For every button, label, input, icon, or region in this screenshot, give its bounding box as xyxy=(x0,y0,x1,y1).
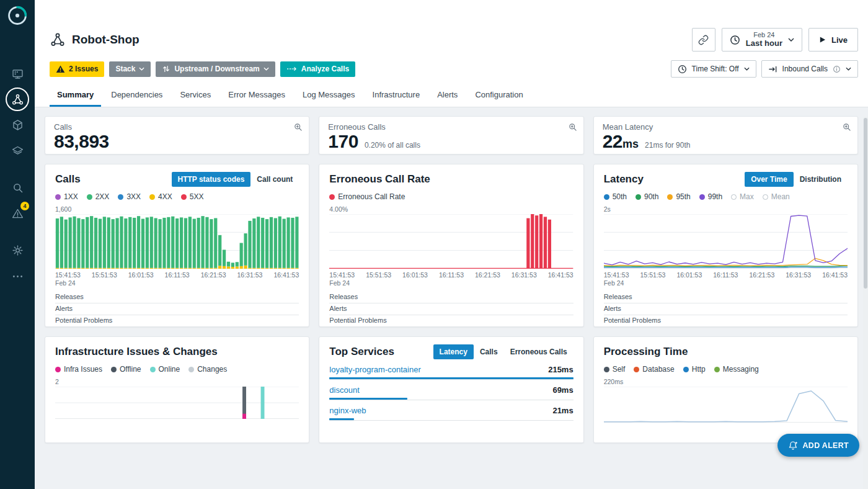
latency-line-chart[interactable] xyxy=(604,214,848,269)
legend-item[interactable]: 1XX xyxy=(55,192,78,201)
legend-item[interactable]: 99th xyxy=(699,192,722,201)
legend-item[interactable]: Max xyxy=(731,192,754,201)
legend-label: 90th xyxy=(644,192,658,201)
time-range-picker[interactable]: Feb 24 Last hour xyxy=(722,28,802,52)
legend-dot xyxy=(714,367,720,372)
nav-settings[interactable] xyxy=(5,238,30,262)
gear-icon xyxy=(11,244,24,257)
tab-summary[interactable]: Summary xyxy=(50,83,101,107)
legend-item[interactable]: Changes xyxy=(188,365,227,374)
add-alert-button[interactable]: ADD ALERT xyxy=(777,434,859,457)
analyze-calls-button[interactable]: Analyze Calls xyxy=(280,61,355,77)
time-shift-dropdown[interactable]: Time Shift: Off xyxy=(671,60,756,78)
processing-time-card: Processing Time SelfDatabaseHttpMessagin… xyxy=(593,336,858,443)
event-row[interactable]: Releases xyxy=(329,292,573,303)
stack-button[interactable]: Stack xyxy=(109,61,151,77)
inbound-calls-dropdown[interactable]: Inbound Calls xyxy=(761,60,858,78)
x-axis-tick: 15:41:53Feb 24 xyxy=(329,271,355,287)
infra-events-chart[interactable] xyxy=(55,387,299,419)
x-axis-tick: 15:41:53Feb 24 xyxy=(604,271,629,287)
toggle-distribution[interactable]: Distribution xyxy=(794,172,848,187)
service-link[interactable]: loyalty-program-container xyxy=(329,365,420,374)
legend-item[interactable]: Online xyxy=(150,365,180,374)
scrollbar-thumb[interactable] xyxy=(864,118,867,289)
application-icon xyxy=(50,32,66,48)
nav-analytics[interactable] xyxy=(5,175,30,200)
toggle-erroneous-calls[interactable]: Erroneous Calls xyxy=(504,344,574,359)
tab-infrastructure[interactable]: Infrastructure xyxy=(365,83,428,107)
legend-item[interactable]: Infra Issues xyxy=(55,365,102,374)
y-axis-label: 2s xyxy=(604,205,848,213)
tab-configuration[interactable]: Configuration xyxy=(467,83,530,107)
x-axis-tick: 16:11:53 xyxy=(165,271,190,287)
tab-services[interactable]: Services xyxy=(172,83,218,107)
legend-label: Database xyxy=(642,365,674,374)
error-rate-chart[interactable] xyxy=(329,214,573,269)
legend-item[interactable]: 4XX xyxy=(149,192,172,201)
toggle-call-count[interactable]: Call count xyxy=(250,172,299,187)
tab-alerts[interactable]: Alerts xyxy=(430,83,465,107)
event-row[interactable]: Alerts xyxy=(329,303,573,315)
legend-item[interactable]: Offline xyxy=(111,365,141,374)
legend-item[interactable]: 50th xyxy=(604,192,627,201)
instana-logo[interactable] xyxy=(7,5,28,26)
toggle-over-time[interactable]: Over Time xyxy=(745,172,793,187)
zoom-button[interactable] xyxy=(568,122,577,133)
event-row[interactable]: Alerts xyxy=(55,303,299,315)
upstream-downstream-button[interactable]: Upstream / Downstream xyxy=(156,61,275,77)
legend-label: 2XX xyxy=(95,192,110,201)
event-row[interactable]: Potential Problems xyxy=(604,315,848,327)
sidebar: 4 xyxy=(0,0,35,489)
event-row[interactable]: Potential Problems xyxy=(329,315,573,327)
nav-websites[interactable] xyxy=(5,61,30,86)
legend-item[interactable]: Erroneous Call Rate xyxy=(329,192,405,201)
nav-services[interactable] xyxy=(5,112,30,137)
legend-item[interactable]: Messaging xyxy=(714,365,759,374)
event-row[interactable]: Releases xyxy=(55,292,299,303)
legend-item[interactable]: 95th xyxy=(667,192,690,201)
tab-dependencies[interactable]: Dependencies xyxy=(104,83,170,107)
legend-item[interactable]: 90th xyxy=(636,192,658,201)
x-axis: 15:41:53Feb 2415:51:5316:01:5316:11:5316… xyxy=(604,271,848,287)
event-row[interactable]: Potential Problems xyxy=(55,315,299,327)
legend-item[interactable]: 2XX xyxy=(87,192,110,201)
nav-infrastructure[interactable] xyxy=(5,138,30,163)
live-button[interactable]: Live xyxy=(808,28,858,52)
nav-more[interactable] xyxy=(5,264,30,289)
time-range-value: Last hour xyxy=(746,39,782,48)
x-axis-tick: 16:21:53 xyxy=(475,271,500,287)
processing-time-chart[interactable] xyxy=(604,387,848,423)
service-value: 21ms xyxy=(552,406,573,415)
toggle-calls[interactable]: Calls xyxy=(474,344,504,359)
nav-events[interactable]: 4 xyxy=(5,201,30,226)
legend-item[interactable]: Http xyxy=(683,365,706,374)
zoom-button[interactable] xyxy=(842,122,851,133)
legend-dot xyxy=(149,194,155,200)
service-link[interactable]: discount xyxy=(329,385,359,395)
toggle-latency[interactable]: Latency xyxy=(433,344,474,359)
tab-log-messages[interactable]: Log Messages xyxy=(295,83,363,107)
service-row: nginx-web21ms xyxy=(329,406,573,421)
event-row[interactable]: Releases xyxy=(604,292,848,303)
calls-bar-chart[interactable] xyxy=(55,214,299,269)
issues-badge[interactable]: 2 Issues xyxy=(50,61,104,77)
vertical-scrollbar[interactable] xyxy=(863,117,868,489)
legend-label: 1XX xyxy=(64,192,78,201)
legend-item[interactable]: Mean xyxy=(763,192,790,201)
legend-item[interactable]: 3XX xyxy=(118,192,141,201)
toggle-http-status-codes[interactable]: HTTP status codes xyxy=(172,172,251,187)
legend-item[interactable]: 5XX xyxy=(181,192,204,201)
service-link[interactable]: nginx-web xyxy=(329,406,366,415)
legend-label: Online xyxy=(159,365,180,374)
share-link-button[interactable] xyxy=(692,28,715,52)
event-row[interactable]: Alerts xyxy=(604,303,848,315)
legend-item[interactable]: Database xyxy=(634,365,674,374)
legend-item[interactable]: Self xyxy=(604,365,626,374)
tab-error-messages[interactable]: Error Messages xyxy=(221,83,293,107)
clock-icon xyxy=(678,65,687,74)
zoom-button[interactable] xyxy=(293,122,303,133)
x-axis-tick: 15:41:53Feb 24 xyxy=(55,271,81,287)
nav-applications[interactable] xyxy=(6,87,29,111)
search-icon xyxy=(11,181,24,194)
stat-label: Mean Latency xyxy=(603,122,849,132)
